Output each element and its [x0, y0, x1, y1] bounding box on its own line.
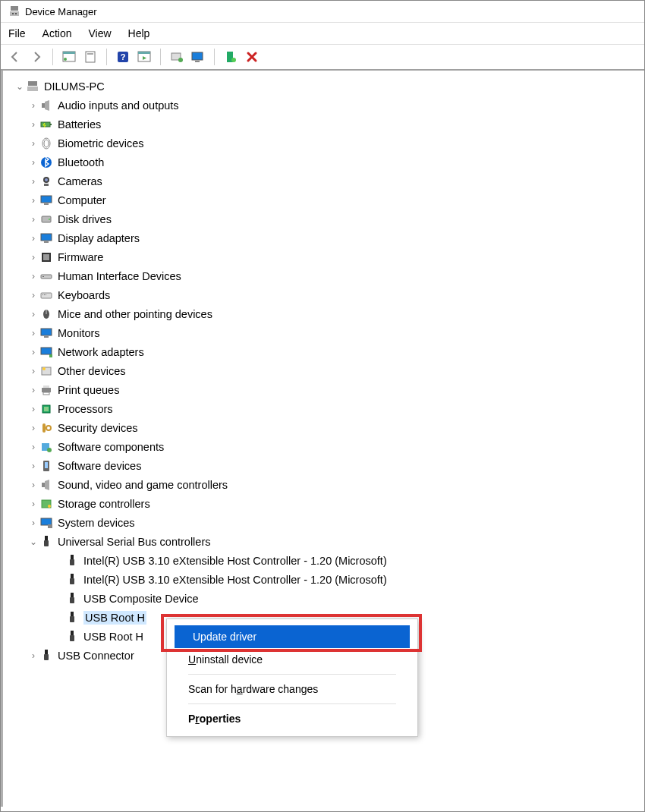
expand-icon[interactable]: ›: [27, 157, 39, 168]
expand-icon[interactable]: ›: [27, 518, 39, 528]
category-label: Print queues: [58, 384, 119, 396]
expand-icon[interactable]: ›: [27, 290, 39, 301]
expand-icon[interactable]: ›: [27, 480, 39, 490]
svg-rect-58: [44, 407, 49, 411]
expand-icon[interactable]: ›: [27, 347, 39, 357]
category-row[interactable]: ›Bluetooth: [27, 153, 637, 172]
expand-icon[interactable]: ›: [27, 423, 39, 433]
menu-help[interactable]: Help: [128, 27, 150, 39]
category-row[interactable]: ›Cameras: [27, 172, 637, 190]
root-node[interactable]: ⌄ DILUMS-PC: [14, 77, 637, 96]
svg-rect-41: [42, 276, 44, 277]
audio-icon: [39, 99, 53, 112]
expand-icon[interactable]: ›: [27, 233, 39, 244]
expand-icon[interactable]: ›: [27, 309, 39, 319]
svg-rect-22: [42, 103, 45, 108]
svg-rect-1: [10, 11, 19, 16]
collapse-icon[interactable]: ⌄: [27, 537, 39, 547]
title-bar: Device Manager: [1, 1, 644, 23]
category-row[interactable]: ›Firmware: [27, 247, 637, 266]
toolbar-delete-button[interactable]: [244, 49, 260, 65]
usb-category[interactable]: ⌄ Universal Serial Bus controllers: [27, 532, 637, 551]
category-row[interactable]: ›System devices: [27, 513, 637, 532]
menu-view[interactable]: View: [88, 27, 111, 39]
svg-rect-33: [44, 203, 49, 205]
expand-icon[interactable]: ›: [27, 138, 39, 149]
svg-point-30: [45, 178, 48, 181]
category-label: Sound, video and game controllers: [58, 479, 228, 491]
expand-icon[interactable]: ›: [27, 252, 39, 263]
toolbar-button-7[interactable]: [222, 49, 239, 65]
svg-rect-78: [70, 597, 74, 603]
context-menu-separator: [188, 703, 396, 704]
toolbar-button-1[interactable]: [61, 49, 77, 65]
expand-icon[interactable]: ›: [27, 271, 39, 282]
toolbar-sep: [160, 49, 161, 65]
category-row[interactable]: ›Display adapters: [27, 228, 637, 247]
computer-icon: [39, 194, 53, 207]
category-label: Biometric devices: [58, 137, 144, 149]
expand-icon[interactable]: ›: [27, 442, 39, 452]
expand-icon[interactable]: ›: [27, 385, 39, 395]
svg-rect-43: [42, 294, 43, 295]
category-row[interactable]: ›Human Interface Devices: [27, 266, 637, 285]
category-label: Batteries: [58, 118, 101, 131]
category-row[interactable]: ›Monitors: [27, 323, 637, 342]
toolbar-help-button[interactable]: ?: [115, 49, 131, 65]
forward-button[interactable]: [28, 49, 45, 65]
expand-icon[interactable]: ›: [27, 366, 39, 376]
category-row[interactable]: ›Computer: [27, 190, 637, 209]
category-row[interactable]: ›Storage controllers: [27, 494, 637, 513]
expand-icon[interactable]: ›: [27, 328, 39, 338]
category-row[interactable]: ›Software components: [27, 437, 637, 456]
biometric-icon: [39, 137, 53, 150]
category-row[interactable]: ›Network adapters: [27, 342, 637, 361]
category-row[interactable]: ›Keyboards: [27, 285, 637, 304]
expand-icon[interactable]: ›: [27, 461, 39, 471]
category-label: Keyboards: [58, 289, 110, 301]
expand-icon[interactable]: ›: [27, 650, 39, 661]
usb-device-row[interactable]: Intel(R) USB 3.10 eXtensible Host Contro…: [53, 570, 637, 589]
expand-icon[interactable]: ›: [27, 119, 39, 130]
context-menu-item[interactable]: Uninstall device: [170, 648, 414, 671]
security-icon: [39, 421, 53, 435]
svg-rect-12: [138, 52, 150, 54]
expand-icon[interactable]: ›: [27, 100, 39, 111]
toolbar-button-6[interactable]: [190, 49, 206, 65]
usb-icon: [39, 535, 53, 549]
collapse-icon[interactable]: ⌄: [14, 81, 26, 92]
svg-rect-25: [50, 124, 52, 125]
menu-file[interactable]: File: [8, 27, 26, 39]
expand-icon[interactable]: ›: [27, 195, 39, 206]
device-label: USB Root H: [83, 631, 143, 643]
category-row[interactable]: ›Disk drives: [27, 209, 637, 228]
category-row[interactable]: ›Audio inputs and outputs: [27, 96, 637, 115]
expand-icon[interactable]: ›: [27, 499, 39, 509]
context-menu-item[interactable]: Update driver: [175, 625, 410, 648]
category-row[interactable]: ›Biometric devices: [27, 134, 637, 153]
category-row[interactable]: ›Batteries: [27, 115, 637, 134]
usb-device-row[interactable]: Intel(R) USB 3.10 eXtensible Host Contro…: [53, 551, 637, 570]
category-row[interactable]: ›Sound, video and game controllers: [27, 475, 637, 494]
svg-point-15: [178, 58, 183, 62]
back-button[interactable]: [7, 49, 24, 65]
context-menu-item[interactable]: Scan for hardware changes: [170, 678, 414, 700]
toolbar-button-2[interactable]: [82, 49, 99, 65]
category-row[interactable]: ›Print queues: [27, 380, 637, 399]
svg-rect-72: [44, 540, 49, 546]
usb-device-row[interactable]: USB Composite Device: [53, 589, 637, 608]
toolbar-button-4[interactable]: [136, 49, 153, 65]
expand-icon[interactable]: ›: [27, 176, 39, 187]
category-row[interactable]: ›Mice and other pointing devices: [27, 304, 637, 323]
network-icon: [39, 345, 53, 359]
expand-icon[interactable]: ›: [27, 404, 39, 414]
category-row[interactable]: ›Processors: [27, 399, 637, 418]
menu-action[interactable]: Action: [42, 27, 72, 39]
printer-icon: [39, 383, 53, 397]
context-menu-item[interactable]: Properties: [170, 707, 414, 730]
category-row[interactable]: ›Software devices: [27, 456, 637, 475]
expand-icon[interactable]: ›: [27, 214, 39, 225]
toolbar-scan-button[interactable]: [168, 49, 185, 65]
category-row[interactable]: ›Other devices: [27, 361, 637, 380]
category-row[interactable]: ›Security devices: [27, 418, 637, 437]
